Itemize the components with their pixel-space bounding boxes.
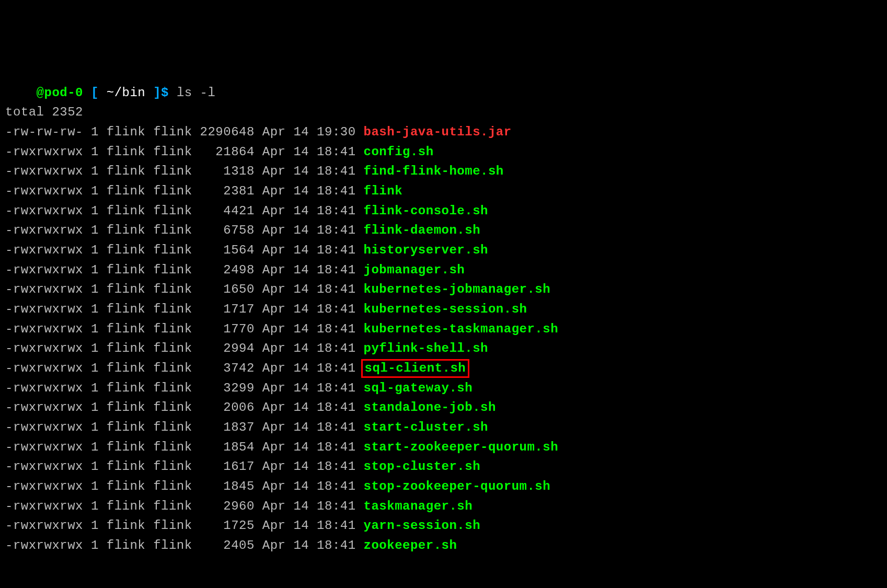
ls-row: -rwxrwxrwx 1 flink flink 1617 Apr 14 18:… — [5, 457, 882, 477]
prompt-line: @pod-0 [ ~/bin ]$ ls -l — [5, 83, 882, 103]
file-name: standalone-job.sh — [364, 400, 496, 414]
file-name: stop-cluster.sh — [364, 459, 481, 474]
prompt-lbracket: [ — [91, 86, 99, 100]
prompt-path: ~/bin — [107, 86, 146, 100]
file-name: bash-java-utils.jar — [364, 125, 512, 139]
file-name: config.sh — [364, 145, 434, 159]
file-name: kubernetes-jobmanager.sh — [364, 282, 551, 296]
ls-row: -rwxrwxrwx 1 flink flink 1854 Apr 14 18:… — [5, 437, 882, 457]
file-name: flink-console.sh — [364, 204, 488, 218]
ls-row: -rwxrwxrwx 1 flink flink 1845 Apr 14 18:… — [5, 477, 882, 497]
file-name: zookeeper.sh — [364, 538, 457, 552]
ls-row: -rw-rw-rw- 1 flink flink 2290648 Apr 14 … — [5, 122, 882, 142]
file-name: historyserver.sh — [364, 243, 488, 257]
ls-row: -rwxrwxrwx 1 flink flink 2994 Apr 14 18:… — [5, 339, 882, 359]
prompt-host: @pod-0 — [37, 86, 83, 100]
file-name: flink-daemon.sh — [364, 223, 481, 237]
file-name: find-flink-home.sh — [364, 164, 504, 178]
file-name: stop-zookeeper-quorum.sh — [364, 479, 551, 493]
file-name: kubernetes-taskmanager.sh — [364, 322, 559, 336]
command-text: ls -l — [177, 86, 216, 100]
file-name: pyflink-shell.sh — [364, 341, 488, 355]
file-name: sql-gateway.sh — [364, 381, 473, 395]
ls-row: -rwxrwxrwx 1 flink flink 2381 Apr 14 18:… — [5, 181, 882, 201]
ls-row: -rwxrwxrwx 1 flink flink 1318 Apr 14 18:… — [5, 162, 882, 181]
ls-row: -rwxrwxrwx 1 flink flink 2405 Apr 14 18:… — [5, 536, 882, 556]
file-name: start-zookeeper-quorum.sh — [364, 440, 559, 454]
ls-row: -rwxrwxrwx 1 flink flink 1837 Apr 14 18:… — [5, 418, 882, 437]
ls-row: -rwxrwxrwx 1 flink flink 1650 Apr 14 18:… — [5, 280, 882, 299]
ls-row: -rwxrwxrwx 1 flink flink 4421 Apr 14 18:… — [5, 201, 882, 221]
file-name: flink — [364, 184, 403, 198]
file-name: yarn-session.sh — [364, 518, 481, 533]
file-name: start-cluster.sh — [364, 420, 488, 434]
ls-row: -rwxrwxrwx 1 flink flink 1725 Apr 14 18:… — [5, 516, 882, 536]
file-name: taskmanager.sh — [364, 499, 473, 513]
highlighted-file: sql-client.sh — [361, 359, 470, 378]
prompt-rbracket: ]$ — [153, 86, 169, 100]
ls-row: -rwxrwxrwx 1 flink flink 2498 Apr 14 18:… — [5, 260, 882, 280]
ls-row: -rwxrwxrwx 1 flink flink 6758 Apr 14 18:… — [5, 221, 882, 240]
total-line: total 2352 — [5, 102, 882, 122]
ls-row: -rwxrwxrwx 1 flink flink 1564 Apr 14 18:… — [5, 240, 882, 260]
file-name: jobmanager.sh — [364, 263, 465, 277]
ls-row: -rwxrwxrwx 1 flink flink 1717 Apr 14 18:… — [5, 299, 882, 319]
ls-row: -rwxrwxrwx 1 flink flink 1770 Apr 14 18:… — [5, 319, 882, 339]
terminal-output[interactable]: @pod-0 [ ~/bin ]$ ls -ltotal 2352-rw-rw-… — [5, 83, 882, 556]
ls-row: -rwxrwxrwx 1 flink flink 3299 Apr 14 18:… — [5, 378, 882, 398]
file-name: kubernetes-session.sh — [364, 302, 527, 316]
ls-row: -rwxrwxrwx 1 flink flink 2960 Apr 14 18:… — [5, 497, 882, 516]
ls-row: -rwxrwxrwx 1 flink flink 21864 Apr 14 18… — [5, 142, 882, 162]
ls-row: -rwxrwxrwx 1 flink flink 2006 Apr 14 18:… — [5, 398, 882, 418]
ls-row: -rwxrwxrwx 1 flink flink 3742 Apr 14 18:… — [5, 359, 882, 378]
